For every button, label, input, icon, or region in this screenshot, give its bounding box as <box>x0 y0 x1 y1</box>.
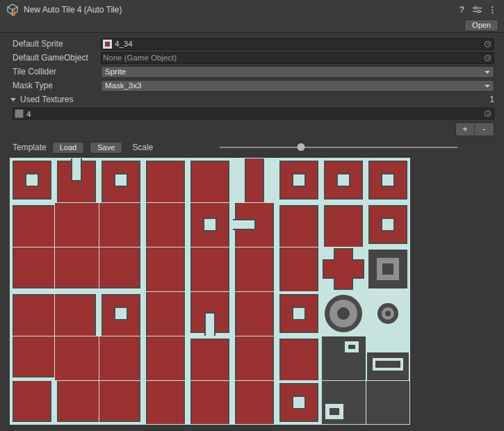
default-gameobject-label: Default GameObject <box>13 53 101 63</box>
svg-text:{}: {} <box>11 9 17 16</box>
inspector-header: {} New Auto Tile 4 (Auto Tile) ? ⋮ <box>0 0 504 19</box>
template-label: Template <box>13 143 47 152</box>
scale-label: Scale <box>132 143 153 152</box>
kebab-menu-icon[interactable]: ⋮ <box>487 5 498 15</box>
tile-collider-dropdown[interactable]: Sprite <box>101 66 494 78</box>
default-gameobject-field[interactable]: None (Game Object) <box>101 52 494 64</box>
default-sprite-label: Default Sprite <box>13 39 101 49</box>
scale-slider-track[interactable] <box>220 147 457 148</box>
used-textures-foldout[interactable]: Used Textures 1 <box>13 92 494 106</box>
tile-collider-row: Tile Collider Sprite <box>13 65 494 79</box>
presets-icon[interactable] <box>472 6 482 14</box>
inspector-body: Default Sprite 4_34 Default GameObject N… <box>0 33 504 425</box>
list-size-row: + - <box>13 121 494 138</box>
list-size-buttons: + - <box>455 122 494 136</box>
default-sprite-row: Default Sprite 4_34 <box>13 37 494 51</box>
add-button[interactable]: + <box>456 123 475 136</box>
auto-tile-asset-icon: {} <box>6 3 19 16</box>
texture-field[interactable]: 4 <box>13 108 494 120</box>
foldout-triangle-icon[interactable] <box>10 98 16 101</box>
scale-slider[interactable] <box>220 143 457 152</box>
object-picker-icon[interactable] <box>485 55 491 61</box>
load-button[interactable]: Load <box>52 142 84 154</box>
open-row: Open <box>0 19 504 33</box>
remove-button[interactable]: - <box>475 123 494 136</box>
default-gameobject-row: Default GameObject None (Game Object) <box>13 51 494 65</box>
mask-type-label: Mask Type <box>13 81 101 90</box>
chevron-down-icon <box>485 71 490 74</box>
tile-collider-value: Sprite <box>105 67 126 76</box>
template-toolbar: Template Load Save Scale <box>13 140 494 154</box>
mask-type-row: Mask Type Mask_3x3 <box>13 79 494 92</box>
open-button[interactable]: Open <box>464 19 498 31</box>
tile-collider-label: Tile Collider <box>13 67 101 76</box>
texture-name: 4 <box>26 110 31 118</box>
tileset-template-preview[interactable] <box>10 158 410 425</box>
used-textures-label: Used Textures <box>20 95 73 104</box>
object-picker-icon[interactable] <box>485 111 491 117</box>
texture-list-item: 4 <box>13 106 494 121</box>
scale-slider-handle[interactable] <box>297 143 304 151</box>
chevron-down-icon <box>485 85 490 88</box>
help-icon[interactable]: ? <box>457 5 467 15</box>
used-textures-count: 1 <box>489 95 494 104</box>
save-button[interactable]: Save <box>90 142 122 154</box>
window-title: New Auto Tile 4 (Auto Tile) <box>24 5 122 15</box>
mask-type-value: Mask_3x3 <box>105 81 141 90</box>
default-gameobject-value: None (Game Object) <box>103 54 177 62</box>
texture-thumbnail <box>15 109 24 118</box>
object-picker-icon[interactable] <box>485 41 491 47</box>
default-sprite-value: 4_34 <box>115 40 133 48</box>
mask-type-dropdown[interactable]: Mask_3x3 <box>101 80 494 92</box>
sprite-thumbnail <box>103 40 112 49</box>
default-sprite-field[interactable]: 4_34 <box>101 38 494 50</box>
